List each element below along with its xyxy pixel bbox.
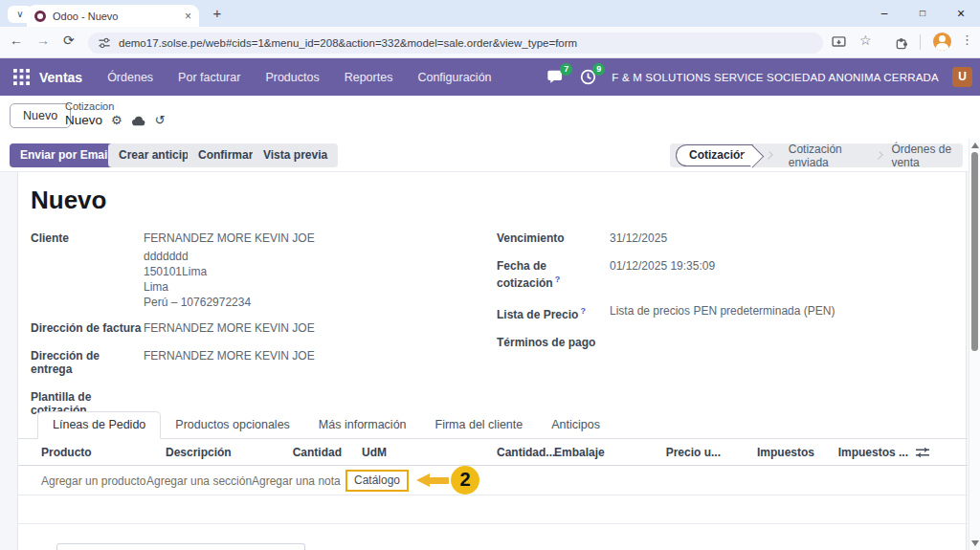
back-icon[interactable]: ← — [10, 33, 23, 48]
install-app-icon[interactable] — [831, 34, 847, 51]
app-name[interactable]: Ventas — [39, 70, 82, 85]
odoo-favicon-icon — [34, 11, 46, 22]
add-note-link[interactable]: Agregar una nota — [252, 474, 341, 488]
browser-menu-icon[interactable]: ⋮ — [961, 33, 973, 47]
col-cantidad-2[interactable]: Cantidad... — [497, 446, 555, 459]
status-pipeline: Cotización Cotización enviada Órdenes de… — [670, 143, 963, 167]
col-udm[interactable]: UdM — [362, 446, 387, 459]
menu-ordenes[interactable]: Órdenes — [107, 71, 153, 84]
scrollbar-thumb[interactable] — [971, 152, 978, 351]
notebook-tabs: Líneas de Pedido Productos opcionales Má… — [18, 412, 968, 439]
menu-reportes[interactable]: Reportes — [345, 71, 393, 84]
stage-cotizacion[interactable]: Cotización — [676, 144, 753, 166]
company-switcher[interactable]: F & M SOLUTIONS SERVICE SOCIEDAD ANONIMA… — [612, 72, 939, 83]
bookmark-star-icon[interactable]: ☆ — [859, 33, 872, 48]
chevron-right-icon — [765, 151, 773, 160]
vertical-scrollbar[interactable] — [969, 139, 980, 550]
action-bar: Enviar por Email Crear anticipo Confirma… — [0, 139, 980, 172]
field-vencimiento[interactable]: Vencimiento 31/12/2025 — [497, 231, 947, 245]
field-direccion-entrega[interactable]: Dirección de entrega FERNANDEZ MORE KEVI… — [31, 349, 471, 376]
save-cloud-icon[interactable] — [131, 115, 146, 126]
extensions-icon[interactable] — [894, 34, 909, 50]
tab-title: Odoo - Nuevo — [53, 11, 178, 22]
control-panel: Nuevo Cotizacion Nuevo ⚙ ↺ — [0, 96, 980, 139]
send-email-button[interactable]: Enviar por Email — [10, 143, 122, 167]
tab-lineas-de-pedido[interactable]: Líneas de Pedido — [37, 411, 161, 439]
user-avatar[interactable]: U — [952, 67, 972, 87]
col-impuestos[interactable]: Impuestos — [757, 446, 814, 459]
help-icon: ? — [580, 306, 586, 316]
odoo-navbar: Ventas Órdenes Por facturar Productos Re… — [0, 58, 980, 96]
breadcrumb-parent[interactable]: Cotizacion — [65, 100, 166, 112]
annotation-step-badge: 2 — [451, 466, 479, 495]
record-title[interactable]: Nuevo — [31, 186, 106, 215]
menu-productos[interactable]: Productos — [265, 71, 319, 84]
field-terminos-pago[interactable]: Términos de pago — [497, 336, 947, 349]
bottom-panel-edge — [56, 543, 305, 550]
browser-titlebar: ∨ Odoo - Nuevo × + – □ × — [0, 0, 980, 27]
new-record-button[interactable]: Nuevo — [10, 103, 71, 128]
col-cantidad[interactable]: Cantidad — [277, 446, 342, 459]
apps-grid-icon[interactable] — [13, 69, 30, 85]
order-lines-add-row: Agregar un producto Agregar una sección … — [18, 466, 968, 495]
tab-firma-del-cliente[interactable]: Firma del cliente — [421, 412, 538, 438]
activities-badge: 9 — [592, 63, 605, 76]
tab-close-icon[interactable]: × — [185, 10, 191, 23]
forward-icon[interactable]: → — [36, 33, 50, 48]
col-descripcion[interactable]: Descripción — [166, 446, 232, 459]
menu-configuracion[interactable]: Configuración — [417, 71, 491, 84]
add-product-link[interactable]: Agregar un producto — [41, 474, 145, 488]
reload-icon[interactable]: ⟳ — [63, 33, 75, 48]
gear-icon[interactable]: ⚙ — [111, 114, 122, 126]
breadcrumb-current: Nuevo — [65, 113, 102, 127]
col-impuestos-2[interactable]: Impuestos ... — [813, 446, 908, 459]
add-section-link[interactable]: Agregar una sección — [146, 474, 252, 488]
customer-address: ddddddd 150101Lima Lima Perú – 107629722… — [31, 249, 471, 310]
url-text: demo17.solse.pe/web#cids=1&menu_id=208&a… — [119, 37, 577, 49]
field-fecha-cotizacion[interactable]: Fecha de cotización? 01/12/2025 19:35:09 — [497, 259, 947, 290]
form-sheet: Nuevo Cliente FERNANDEZ MORE KEVIN JOE d… — [17, 172, 967, 550]
field-cliente[interactable]: Cliente FERNANDEZ MORE KEVIN JOE — [31, 231, 471, 245]
profile-avatar[interactable] — [933, 33, 951, 51]
toolbar-divider — [920, 34, 921, 50]
address-bar[interactable]: demo17.solse.pe/web#cids=1&menu_id=208&a… — [88, 33, 823, 54]
menu-por-facturar[interactable]: Por facturar — [178, 71, 240, 84]
col-producto[interactable]: Producto — [41, 446, 92, 459]
breadcrumb: Cotizacion Nuevo ⚙ ↺ — [65, 100, 166, 127]
tab-productos-opcionales[interactable]: Productos opcionales — [161, 412, 304, 438]
empty-row-divider — [18, 523, 968, 524]
tab-mas-informacion[interactable]: Más información — [304, 412, 421, 438]
scroll-down-icon[interactable] — [971, 540, 979, 546]
col-embalaje[interactable]: Embalaje — [554, 446, 605, 459]
stage-cotizacion-enviada[interactable]: Cotización enviada — [779, 143, 864, 169]
window-close-button[interactable]: × — [942, 0, 980, 27]
field-direccion-factura[interactable]: Dirección de factura FERNANDEZ MORE KEVI… — [31, 321, 471, 335]
messages-badge: 7 — [560, 63, 572, 76]
preview-button[interactable]: Vista previa — [253, 143, 338, 167]
browser-tab[interactable]: Odoo - Nuevo × — [27, 5, 199, 27]
help-icon: ? — [555, 275, 561, 284]
order-lines-header: Producto Descripción Cantidad UdM Cantid… — [18, 439, 968, 466]
annotation-arrow-icon — [416, 474, 449, 487]
stage-ordenes-de-venta[interactable]: Órdenes de venta — [881, 143, 963, 169]
messages-icon[interactable]: 7 — [546, 68, 566, 87]
scroll-up-icon[interactable] — [971, 143, 979, 148]
window-minimize-button[interactable]: – — [865, 0, 903, 27]
discard-undo-icon[interactable]: ↺ — [155, 114, 166, 126]
window-maximize-button[interactable]: □ — [903, 0, 942, 27]
field-lista-precio[interactable]: Lista de Precio? Lista de precios PEN pr… — [497, 304, 947, 321]
new-tab-button[interactable]: + — [207, 5, 228, 21]
activities-icon[interactable]: 9 — [579, 68, 598, 87]
tab-anticipos[interactable]: Anticipos — [537, 412, 614, 438]
optional-columns-icon[interactable] — [916, 447, 929, 458]
catalog-link[interactable]: Catálogo — [345, 470, 409, 492]
col-precio-unitario[interactable]: Precio u... — [631, 446, 721, 459]
site-settings-icon[interactable] — [98, 36, 111, 50]
